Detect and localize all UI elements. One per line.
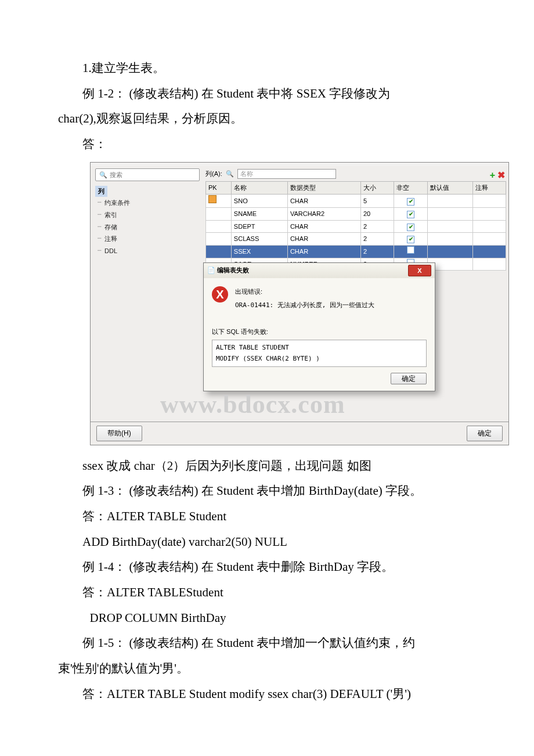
main-ok-button[interactable]: 确定	[467, 426, 503, 441]
paragraph-4: ssex 改成 char（2）后因为列长度问题，出现问题 如图	[58, 456, 476, 477]
th-type: 数据类型	[287, 182, 360, 195]
table-row[interactable]: SNAMEVARCHAR220	[206, 207, 506, 220]
dialog-ok-button[interactable]: 确定	[391, 373, 427, 384]
tree-item-storage[interactable]: 存储	[95, 221, 200, 233]
column-name-input[interactable]: 名称	[237, 169, 336, 179]
paragraph-6: 答：ALTER TABLE Student	[58, 506, 476, 527]
paragraph-10: DROP COLUMN BirthDay	[58, 608, 476, 629]
sql-fail-label: 以下 SQL 语句失败:	[212, 326, 427, 337]
help-button[interactable]: 帮助(H)	[96, 426, 142, 441]
add-column-icon[interactable]: +	[490, 167, 495, 183]
error-icon: X	[212, 286, 228, 303]
tree-item-indexes[interactable]: 索引	[95, 209, 200, 221]
table-header-row: PK 名称 数据类型 大小 非空 默认值 注释	[206, 182, 506, 195]
paragraph-11b: 束'性别'的默认值为'男'。	[58, 658, 476, 679]
error-label: 出现错误:	[235, 286, 374, 297]
th-name: 名称	[231, 182, 287, 195]
table-row[interactable]: SCLASSCHAR2	[206, 233, 506, 246]
failed-sql: ALTER TABLE STUDENT MODIFY (SSEX CHAR(2 …	[212, 340, 427, 367]
error-message: ORA-01441: 无法减小列长度, 因为一些值过大	[235, 300, 374, 311]
dialog-title: 编辑表失败	[217, 267, 249, 273]
th-pk: PK	[206, 182, 232, 195]
th-notnull: 非空	[394, 182, 427, 195]
search-input[interactable]: 🔍 搜索	[95, 168, 200, 182]
columns-label: 列(A):	[205, 168, 222, 179]
th-comment: 注释	[472, 182, 506, 195]
tree-root-columns[interactable]: 列	[95, 186, 107, 197]
tree-item-ddl[interactable]: DDL	[95, 245, 200, 257]
error-dialog: 📄 编辑表失败 X X 出现错误: ORA-01441: 无法减小列长度, 因为…	[203, 262, 435, 391]
notnull-checkbox[interactable]	[407, 224, 414, 231]
right-pane: 列(A): 🔍 名称 PK 名称 数据类型 大小 非空	[203, 166, 508, 422]
dialog-close-button[interactable]: X	[408, 265, 431, 276]
paragraph-11a: 例 1-5： (修改表结构) 在 Student 表中增加一个默认值约束，约	[58, 633, 476, 654]
search-placeholder: 搜索	[110, 170, 122, 181]
tree-item-constraints[interactable]: 约束条件	[95, 197, 200, 209]
search-icon-small: 🔍	[226, 168, 234, 179]
paragraph-2a: 例 1-2： (修改表结构) 在 Student 表中将 SSEX 字段修改为	[58, 84, 476, 105]
table-row[interactable]: SDEPTCHAR2	[206, 220, 506, 233]
columns-table: PK 名称 数据类型 大小 非空 默认值 注释 SNOCHAR5SNAMEVAR…	[205, 181, 506, 271]
paragraph-1: 1.建立学生表。	[58, 58, 476, 79]
table-row[interactable]: SSEXCHAR2	[206, 245, 506, 258]
left-pane: 🔍 搜索 列 约束条件 索引 存储 注释 DDL	[91, 166, 203, 422]
table-row[interactable]: SNOCHAR5	[206, 195, 506, 208]
notnull-checkbox[interactable]	[407, 211, 414, 218]
tree-item-comments[interactable]: 注释	[95, 233, 200, 245]
th-default: 默认值	[427, 182, 472, 195]
paragraph-2b: char(2),观察返回结果，分析原因。	[58, 109, 476, 129]
th-size: 大小	[361, 182, 394, 195]
pk-icon	[208, 195, 217, 203]
paragraph-5: 例 1-3： (修改表结构) 在 Student 表中增加 BirthDay(d…	[58, 481, 476, 502]
paragraph-12: 答：ALTER TABLE Student modify ssex char(3…	[58, 684, 476, 705]
embedded-screenshot: + ✖ 🔍 搜索 列 约束条件 索引 存储 注释 DDL	[90, 162, 509, 445]
search-icon: 🔍	[99, 170, 107, 181]
notnull-checkbox[interactable]	[407, 198, 414, 206]
paragraph-3: 答：	[58, 134, 476, 155]
remove-column-icon[interactable]: ✖	[497, 167, 505, 183]
paragraph-8: 例 1-4： (修改表结构) 在 Student 表中删除 BirthDay 字…	[58, 557, 476, 578]
paragraph-9: 答：ALTER TABLEStudent	[58, 582, 476, 603]
notnull-checkbox[interactable]	[407, 246, 414, 254]
paragraph-7: ADD BirthDay(date) varchar2(50) NULL	[58, 532, 476, 553]
notnull-checkbox[interactable]	[407, 236, 414, 243]
